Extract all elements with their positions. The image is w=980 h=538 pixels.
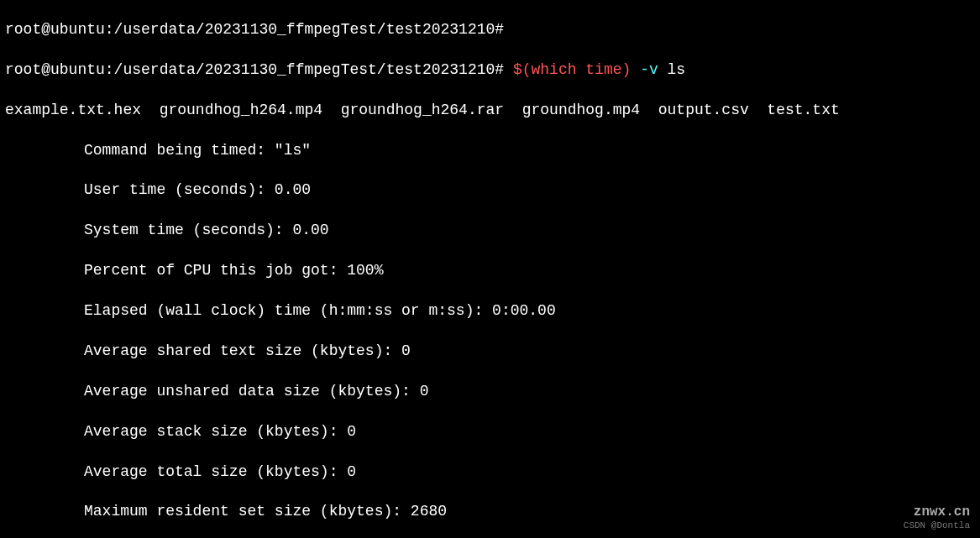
stat-cpu-percent: Percent of CPU this job got: 100% [5, 261, 975, 281]
stat-user-time: User time (seconds): 0.00 [5, 180, 975, 201]
watermark-main: znwx.cn [904, 504, 970, 520]
watermark-sub: CSDN @Dontla [904, 520, 970, 531]
stat-max-resident: Maximum resident set size (kbytes): 2680 [5, 502, 975, 522]
stat-system-time: System time (seconds): 0.00 [5, 221, 975, 241]
stat-avg-shared-text: Average shared text size (kbytes): 0 [5, 342, 975, 362]
prompt-line-1: root@ubuntu:/userdata/20231130_ffmpegTes… [5, 21, 504, 38]
prompt-line-2: root@ubuntu:/userdata/20231130_ffmpegTes… [5, 61, 513, 78]
command-flag: -v [631, 61, 667, 78]
stat-avg-stack: Average stack size (kbytes): 0 [5, 422, 975, 442]
command-substitution: $(which time) [513, 61, 631, 78]
stat-command-timed: Command being timed: "ls" [5, 141, 975, 161]
stat-avg-unshared-data: Average unshared data size (kbytes): 0 [5, 382, 975, 402]
command-arg: ls [668, 61, 686, 78]
stat-avg-total: Average total size (kbytes): 0 [5, 462, 975, 483]
terminal-output[interactable]: root@ubuntu:/userdata/20231130_ffmpegTes… [0, 0, 980, 538]
stat-elapsed: Elapsed (wall clock) time (h:mm:ss or m:… [5, 301, 975, 321]
watermark: znwx.cn CSDN @Dontla [904, 504, 970, 531]
ls-output: example.txt.hex groundhog_h264.mp4 groun… [5, 101, 975, 121]
